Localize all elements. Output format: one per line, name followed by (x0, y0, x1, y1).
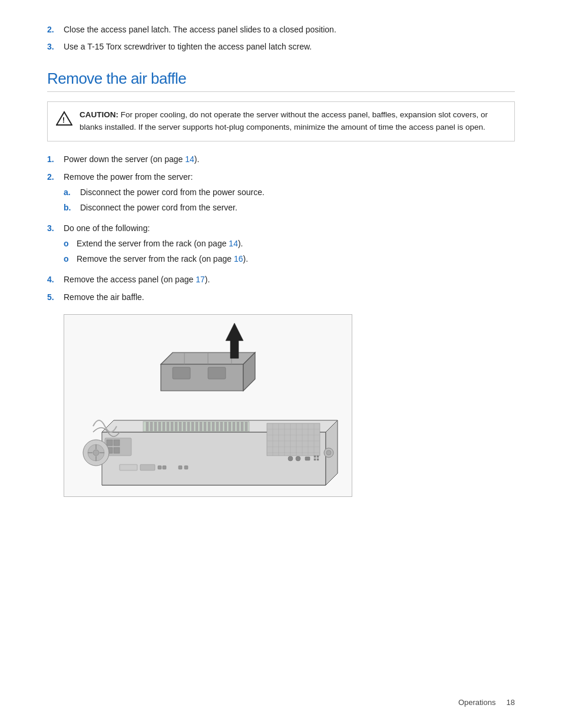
svg-rect-23 (158, 422, 161, 431)
server-illustration-container (64, 314, 352, 497)
footer-page: 18 (507, 698, 515, 707)
svg-rect-41 (233, 422, 235, 431)
svg-rect-20 (146, 422, 148, 431)
svg-rect-63 (305, 457, 310, 460)
air-baffle-graphic (161, 353, 255, 391)
step-5-num: 5. (47, 291, 64, 304)
svg-rect-28 (179, 422, 181, 431)
svg-point-61 (288, 456, 293, 461)
svg-point-60 (326, 450, 331, 455)
svg-rect-42 (237, 422, 239, 431)
svg-rect-24 (163, 422, 165, 431)
svg-rect-72 (178, 466, 182, 469)
step-3-bullet-2: o Remove the server from the rack (on pa… (64, 253, 515, 265)
svg-rect-65 (317, 456, 319, 457)
svg-rect-80 (173, 367, 190, 379)
step-3-num: 3. (47, 222, 64, 235)
step-4-content: Remove the access panel (on page 17). (64, 274, 515, 286)
section-title: Remove the air baffle (47, 70, 515, 88)
caution-body: For proper cooling, do not operate the s… (80, 110, 488, 131)
svg-rect-9 (114, 440, 120, 446)
footer: Operations 18 (458, 698, 515, 707)
svg-rect-30 (187, 422, 190, 431)
svg-rect-39 (224, 422, 227, 431)
svg-rect-73 (184, 466, 188, 469)
svg-rect-26 (171, 422, 173, 431)
step-2a-alpha: a. (64, 186, 80, 199)
svg-rect-31 (191, 422, 194, 431)
step-3-link-1[interactable]: 14 (229, 239, 238, 248)
step-5-content: Remove the air baffle. (64, 291, 515, 304)
svg-point-14 (93, 450, 99, 456)
svg-rect-8 (107, 440, 113, 446)
svg-rect-69 (140, 465, 155, 470)
step-3-link-2[interactable]: 16 (234, 254, 243, 263)
step-5: 5. Remove the air baffle. (47, 291, 515, 304)
svg-rect-25 (167, 422, 169, 431)
step-2b-alpha: b. (64, 202, 80, 214)
step-3-bullet-2-text: Remove the server from the rack (on page… (77, 253, 248, 265)
server-illustration (72, 320, 343, 491)
intro-step-text-3: Use a T-15 Torx screwdriver to tighten t… (64, 41, 312, 53)
svg-rect-64 (314, 456, 316, 457)
step-1-num: 1. (47, 153, 64, 166)
step-4: 4. Remove the access panel (on page 17). (47, 274, 515, 286)
step-2: 2. Remove the power from the server: a. … (47, 171, 515, 217)
svg-rect-22 (154, 422, 157, 431)
step-2-num: 2. (47, 171, 64, 183)
step-1-content: Power down the server (on page 14). (64, 153, 515, 166)
svg-rect-70 (158, 466, 161, 469)
step-3-bullet-2-icon: o (64, 253, 77, 265)
svg-rect-34 (204, 422, 206, 431)
svg-rect-43 (241, 422, 243, 431)
step-2b: b. Disconnect the power cord from the se… (64, 202, 515, 214)
step-4-link[interactable]: 17 (196, 275, 205, 284)
svg-rect-44 (245, 422, 247, 431)
step-1: 1. Power down the server (on page 14). (47, 153, 515, 166)
svg-rect-21 (150, 422, 153, 431)
step-4-num: 4. (47, 274, 64, 286)
step-3-bullets: o Extend the server from the rack (on pa… (64, 238, 515, 265)
step-2a: a. Disconnect the power cord from the po… (64, 186, 515, 199)
step-3-bullet-1-icon: o (64, 238, 77, 250)
main-steps-list: 1. Power down the server (on page 14). 2… (47, 153, 515, 304)
caution-icon: ! (56, 110, 72, 129)
step-2a-text: Disconnect the power cord from the power… (80, 186, 265, 199)
step-2-substeps: a. Disconnect the power cord from the po… (64, 186, 515, 214)
step-2-content: Remove the power from the server: a. Dis… (64, 171, 515, 217)
svg-rect-71 (163, 466, 166, 469)
svg-rect-66 (314, 459, 316, 460)
step-2b-text: Disconnect the power cord from the serve… (80, 202, 237, 214)
svg-rect-68 (120, 465, 137, 470)
caution-label: CAUTION: (80, 110, 118, 119)
section-divider (47, 91, 515, 92)
svg-rect-67 (317, 459, 319, 460)
intro-step-text-2: Close the access panel latch. The access… (64, 24, 336, 36)
step-1-link[interactable]: 14 (185, 154, 194, 164)
svg-rect-36 (212, 422, 214, 431)
svg-rect-32 (196, 422, 198, 431)
svg-rect-81 (208, 367, 226, 379)
svg-rect-27 (175, 422, 177, 431)
footer-section: Operations (458, 698, 496, 707)
intro-step-num-2: 2. (47, 24, 64, 36)
svg-rect-33 (200, 422, 202, 431)
svg-rect-35 (208, 422, 210, 431)
svg-rect-40 (229, 422, 231, 431)
svg-rect-11 (114, 447, 120, 453)
svg-point-62 (296, 456, 300, 461)
svg-text:!: ! (62, 116, 65, 124)
svg-rect-37 (216, 422, 219, 431)
step-3-bullet-1: o Extend the server from the rack (on pa… (64, 238, 515, 250)
caution-text: CAUTION: For proper cooling, do not oper… (80, 109, 506, 134)
step-3: 3. Do one of the following: o Extend the… (47, 222, 515, 268)
step-3-bullet-1-text: Extend the server from the rack (on page… (77, 238, 243, 250)
svg-rect-29 (183, 422, 186, 431)
step-3-content: Do one of the following: o Extend the se… (64, 222, 515, 268)
caution-box: ! CAUTION: For proper cooling, do not op… (47, 101, 515, 141)
svg-rect-38 (220, 422, 223, 431)
intro-step-num-3: 3. (47, 41, 64, 53)
svg-rect-45 (267, 423, 320, 456)
